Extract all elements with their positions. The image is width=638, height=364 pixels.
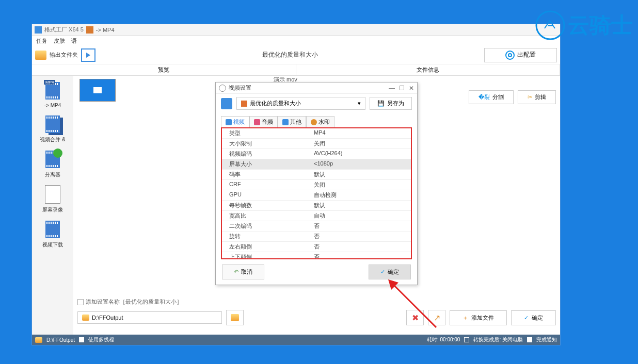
setting-key: 视频编码: [222, 149, 311, 159]
setting-value: 关闭: [311, 180, 411, 190]
folder-icon: [35, 337, 42, 343]
video-tab-icon: [226, 119, 232, 125]
tab-other[interactable]: 其他: [278, 116, 306, 127]
tab-label: 水印: [318, 118, 330, 126]
breadcrumb: -> MP4: [96, 27, 115, 33]
output-path-input[interactable]: D:\FFOutput: [77, 311, 222, 324]
settings-row[interactable]: 旋转否: [222, 231, 411, 242]
settings-row[interactable]: 屏幕大小<1080p: [222, 159, 411, 170]
settings-row[interactable]: 码率默认: [222, 170, 411, 180]
remove-button[interactable]: ✖: [406, 310, 424, 325]
settings-row[interactable]: 类型MP4: [222, 128, 411, 139]
info-tabs: 预览 文件信息: [32, 64, 560, 76]
add-file-button[interactable]: ＋添加文件: [450, 310, 507, 325]
dialog-title: 视频设置: [229, 84, 251, 92]
setting-value: MP4: [311, 128, 411, 138]
status-path: D:\FFOutput: [46, 337, 75, 343]
settings-table: 类型MP4大小限制关闭视频编码AVC(H264)屏幕大小<1080p码率默认CR…: [221, 127, 412, 259]
download-icon: [45, 221, 60, 238]
export-button[interactable]: ↗: [428, 310, 445, 325]
settings-tabs: 视频 音频 其他 水印: [216, 116, 417, 127]
menu-lang[interactable]: 语: [71, 37, 77, 45]
video-settings-dialog: 视频设置 — ☐ ✕ 最优化的质量和大小▾ 💾另存为 视频 音频 其他 水印 类…: [215, 82, 418, 285]
sidebar-item-splitter[interactable]: 分离器: [33, 146, 72, 180]
undo-icon: ↶: [234, 269, 238, 275]
tab-video[interactable]: 视频: [221, 116, 249, 127]
settings-row[interactable]: CRF关闭: [222, 180, 411, 190]
setting-key: 旋转: [222, 231, 311, 241]
output-config-button[interactable]: 出配置: [484, 48, 557, 62]
add-icon: ＋: [462, 314, 468, 322]
output-folder-icon[interactable]: [35, 51, 46, 60]
check-icon: ✓: [524, 315, 529, 321]
doc-icon: [86, 26, 93, 34]
add-file-label: 添加文件: [471, 314, 494, 322]
play-icon[interactable]: [81, 48, 95, 62]
merge-icon: [45, 115, 60, 133]
minimize-button[interactable]: —: [389, 85, 395, 92]
setting-value: 自动: [311, 211, 411, 221]
setting-value: AVC(H264): [311, 149, 411, 159]
sidebar-item-download[interactable]: 视频下载: [33, 217, 72, 251]
tab-fileinfo[interactable]: 文件信息: [296, 64, 561, 75]
remove-icon: ✖: [412, 313, 419, 323]
settings-row[interactable]: 宽高比自动: [222, 211, 411, 221]
sidebar-item-mp4[interactable]: MP4 -> MP4: [33, 78, 72, 110]
record-icon: [45, 185, 60, 204]
checkbox-icon[interactable]: [464, 337, 469, 342]
sidebar-item-record[interactable]: 屏幕录像: [33, 181, 72, 216]
settings-row[interactable]: 上下颠倒否: [222, 252, 411, 259]
settings-row[interactable]: GPU自动检测: [222, 190, 411, 201]
split-label: 分割: [492, 93, 504, 101]
checkbox-icon[interactable]: [527, 337, 532, 342]
menu-task[interactable]: 任务: [36, 37, 47, 45]
status-after: 转换完成后: 关闭电脑: [473, 336, 523, 343]
setting-key: 每秒帧数: [222, 201, 311, 210]
settings-row[interactable]: 二次编码否: [222, 221, 411, 231]
clip-button[interactable]: ✂剪辑: [518, 90, 556, 104]
mp4-badge: MP4: [44, 80, 55, 85]
other-tab-icon: [282, 119, 289, 125]
setting-value: 默认: [311, 201, 411, 210]
sidebar-label: 分离器: [45, 171, 60, 178]
tab-watermark[interactable]: 水印: [306, 116, 334, 127]
cancel-button[interactable]: ↶取消: [222, 264, 264, 279]
video-thumbnail[interactable]: [79, 79, 116, 102]
browse-button[interactable]: [226, 310, 244, 325]
add-preset-label: 添加设置名称［最优化的质量和大小］: [86, 298, 182, 306]
settings-row[interactable]: 大小限制关闭: [222, 139, 411, 149]
setting-value: 否: [311, 231, 411, 241]
menu-skin[interactable]: 皮肤: [54, 37, 65, 45]
split-button[interactable]: �裂分割: [469, 90, 514, 104]
quality-label: 最优化的质量和大小: [262, 51, 318, 59]
setting-key: 码率: [222, 170, 311, 179]
tab-preview[interactable]: 预览: [32, 64, 296, 75]
dialog-title-bar: 视频设置 — ☐ ✕: [216, 82, 417, 94]
settings-row[interactable]: 每秒帧数默认: [222, 201, 411, 211]
setting-value: 默认: [311, 170, 411, 179]
setting-value: 否: [311, 242, 411, 252]
film-icon: [45, 82, 60, 100]
add-preset-checkbox[interactable]: 添加设置名称［最优化的质量和大小］: [77, 298, 182, 306]
sidebar-item-merge[interactable]: 视频合并 &: [33, 111, 72, 145]
setting-key: 类型: [222, 128, 311, 138]
ok-button[interactable]: ✓确定: [369, 264, 411, 279]
maximize-button[interactable]: ☐: [399, 85, 405, 92]
checkbox-icon[interactable]: [79, 337, 84, 342]
status-elapsed: 耗时: 00:00:00: [427, 336, 460, 343]
settings-row[interactable]: 左右颠倒否: [222, 242, 411, 252]
tab-audio[interactable]: 音频: [249, 116, 278, 127]
sidebar-label: -> MP4: [44, 103, 61, 108]
check-icon: ✓: [380, 269, 385, 275]
tab-label: 其他: [290, 118, 301, 126]
settings-row[interactable]: 视频编码AVC(H264): [222, 149, 411, 159]
save-as-label: 另存为: [387, 100, 404, 107]
preset-select[interactable]: 最优化的质量和大小▾: [236, 97, 365, 110]
save-as-button[interactable]: 💾另存为: [370, 97, 412, 110]
setting-value: 否: [311, 221, 411, 231]
setting-key: 宽高比: [222, 211, 311, 221]
output-path: D:\FFOutput: [92, 315, 123, 321]
tab-label: 视频: [233, 118, 245, 126]
close-button[interactable]: ✕: [409, 85, 414, 92]
confirm-button[interactable]: ✓确定: [511, 310, 556, 325]
